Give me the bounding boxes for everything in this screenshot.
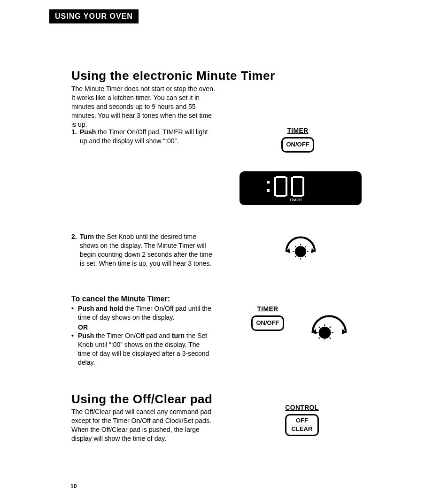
svg-line-20 (319, 338, 320, 339)
svg-line-8 (305, 246, 306, 247)
onoff-pad-icon: ON/OFF (281, 137, 314, 153)
svg-line-19 (330, 327, 331, 328)
svg-line-9 (295, 256, 296, 257)
step-1: 1. Push the Timer On/Off pad. TIMER will… (71, 128, 212, 146)
step-marker: 1. (71, 128, 80, 146)
set-knob-half-icon (305, 311, 350, 340)
svg-line-18 (319, 327, 320, 328)
display-timer-label: TIMER (289, 198, 302, 202)
svg-point-2 (295, 246, 306, 257)
heading-offclear: Using the Off/Clear pad (71, 392, 212, 407)
svg-line-7 (295, 246, 296, 247)
control-pad-graphic: CONTROL OFF CLEAR (281, 404, 323, 436)
off-clear-pad-icon: OFF CLEAR (285, 414, 319, 436)
onoff-pad-icon: ON/OFF (251, 315, 284, 331)
svg-line-10 (305, 256, 306, 257)
chapter-tab: USING YOUR OVEN (49, 9, 139, 23)
set-knob-icon (282, 232, 319, 260)
svg-line-21 (330, 338, 331, 339)
cancel-2-text: Push the Timer On/Off pad and turn the S… (78, 331, 212, 367)
timer-label: TIMER (281, 127, 315, 134)
digital-display-panel: TIMER (239, 171, 362, 205)
step-marker: 2. (71, 232, 80, 268)
page-number: 10 (70, 483, 77, 490)
digit-zero-icon (274, 176, 287, 197)
offclear-paragraph: The Off/Clear pad will cancel any comman… (71, 407, 212, 443)
svg-point-13 (319, 327, 331, 339)
step-2: 2. Turn the Set Knob until the desired t… (71, 232, 212, 268)
timer-label: TIMER (249, 305, 286, 313)
heading-minute-timer: Using the electronic Minute Timer (71, 69, 275, 83)
off-text: OFF (290, 417, 314, 424)
clear-text: CLEAR (290, 426, 314, 433)
timer-pad-graphic-1: TIMER ON/OFF (281, 127, 315, 153)
step-2-text: Turn the Set Knob until the desired time… (80, 232, 212, 268)
display-digits (267, 176, 305, 197)
bullet-dot-icon: • (71, 304, 78, 332)
cancel-bullet-1: • Push and hold the Timer On/Off pad unt… (71, 304, 212, 332)
bullet-dot-icon: • (71, 331, 78, 367)
cancel-1-text: Push and hold the Timer On/Off pad until… (78, 304, 212, 332)
manual-page: USING YOUR OVEN Using the electronic Min… (0, 0, 448, 499)
step-1-text: Push the Timer On/Off pad. TIMER will li… (80, 128, 212, 146)
control-label: CONTROL (281, 404, 323, 411)
colon-icon (267, 181, 270, 192)
digit-zero-icon (291, 176, 304, 197)
cancel-subheading: To cancel the Minute Timer: (71, 295, 170, 303)
timer-pad-graphic-2: TIMER ON/OFF (249, 305, 286, 331)
intro-paragraph: The Minute Timer does not start or stop … (71, 84, 217, 129)
cancel-bullet-2: • Push the Timer On/Off pad and turn the… (71, 331, 212, 367)
